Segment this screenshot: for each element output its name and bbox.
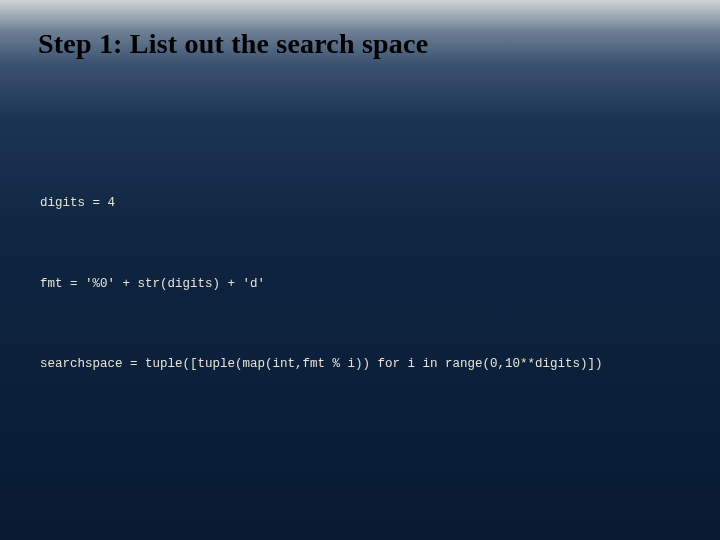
code-block: digits = 4 fmt = '%0' + str(digits) + 'd… [40, 160, 603, 437]
code-line-1: digits = 4 [40, 195, 603, 213]
slide-title: Step 1: List out the search space [38, 28, 428, 60]
code-line-2: fmt = '%0' + str(digits) + 'd' [40, 276, 603, 294]
code-line-3: searchspace = tuple([tuple(map(int,fmt %… [40, 356, 603, 374]
slide: Step 1: List out the search space digits… [0, 0, 720, 540]
